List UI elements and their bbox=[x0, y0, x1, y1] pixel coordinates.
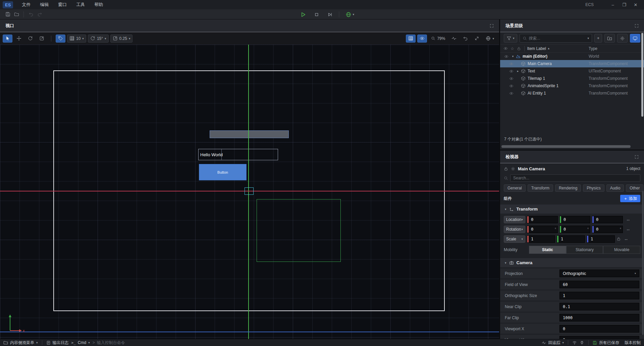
hierarchy-horizontal-scrollbar[interactable] bbox=[501, 145, 631, 148]
menu-edit[interactable]: 编辑 bbox=[35, 0, 53, 9]
eye-icon[interactable] bbox=[509, 76, 514, 81]
column-item-label[interactable]: Item Label bbox=[527, 46, 546, 51]
hierarchy-search-input[interactable]: 搜索... ▾ bbox=[520, 34, 592, 43]
reset-view-button[interactable] bbox=[461, 35, 470, 43]
lock-icon[interactable] bbox=[504, 167, 508, 171]
eye-icon[interactable] bbox=[509, 69, 514, 73]
menu-tools[interactable]: 工具 bbox=[71, 0, 90, 9]
selection-gizmo-box[interactable] bbox=[245, 187, 254, 195]
cmd-dropdown[interactable]: >_ Cmd ▾ bbox=[71, 340, 90, 345]
rotate-tool-button[interactable] bbox=[25, 35, 35, 43]
output-log-button[interactable]: 输出日志 bbox=[46, 340, 69, 346]
stats-button[interactable] bbox=[449, 35, 459, 43]
fit-view-button[interactable] bbox=[472, 35, 482, 43]
scale-snap-dropdown[interactable]: 0.25▾ bbox=[110, 35, 133, 43]
rotation-dropdown[interactable]: Rotation▾ bbox=[504, 226, 525, 233]
scene-button-object[interactable]: Button bbox=[199, 164, 247, 180]
eye-icon[interactable] bbox=[504, 54, 508, 59]
mobility-static-option[interactable]: Static bbox=[529, 246, 566, 254]
inspector-search-input[interactable]: Search... bbox=[510, 174, 640, 182]
rotation-x-field[interactable]: 0° bbox=[527, 226, 558, 233]
column-type[interactable]: Type bbox=[589, 46, 597, 51]
location-dropdown[interactable]: Location▾ bbox=[504, 216, 525, 223]
inspector-vertical-scrollbar[interactable] bbox=[642, 191, 644, 335]
tab-transform[interactable]: Transform bbox=[528, 184, 553, 192]
stop-button[interactable] bbox=[312, 10, 321, 18]
open-project-button[interactable] bbox=[12, 10, 21, 18]
add-component-button[interactable]: ＋ 添加 bbox=[620, 195, 640, 202]
visibility-button[interactable] bbox=[417, 35, 427, 43]
scale-y-field[interactable]: 1 bbox=[557, 235, 585, 243]
gear-icon[interactable] bbox=[511, 167, 515, 171]
tab-physics[interactable]: Physics bbox=[583, 184, 604, 192]
hierarchy-column-header[interactable]: ☆ Item Label ▲ Type bbox=[500, 44, 644, 53]
eye-icon[interactable] bbox=[509, 62, 514, 66]
eye-icon[interactable] bbox=[509, 84, 514, 88]
platform-globe-button[interactable] bbox=[344, 10, 353, 18]
link-values-icon[interactable]: ↔ bbox=[626, 217, 630, 222]
add-entity-button[interactable]: + bbox=[594, 34, 602, 43]
link-values-icon[interactable]: ↔ bbox=[626, 227, 630, 232]
network-status-icon[interactable] bbox=[572, 340, 577, 345]
world-view-dropdown[interactable]: ▾ bbox=[483, 35, 496, 43]
eye-icon[interactable] bbox=[509, 91, 514, 96]
menu-window[interactable]: 窗口 bbox=[53, 0, 71, 9]
tree-row-animatedsprite[interactable]: AnimatedSprite 1 TransformComponent bbox=[500, 82, 644, 90]
menu-file[interactable]: 文件 bbox=[17, 0, 35, 9]
new-folder-button[interactable] bbox=[604, 34, 615, 43]
location-z-field[interactable]: 0 bbox=[592, 216, 623, 223]
traceback-dropdown[interactable]: 回追踪 ▾ bbox=[542, 340, 564, 346]
platform-chevron-icon[interactable]: ▾ bbox=[353, 13, 354, 16]
content-drawer-button[interactable]: 内容侧滑菜单 ▾ bbox=[3, 340, 38, 346]
tree-row-world[interactable]: ▾ main (Editor) World bbox=[500, 53, 644, 60]
scale-lock-icon[interactable] bbox=[616, 237, 621, 241]
scene-canvas[interactable]: Hello World Button x bbox=[0, 45, 499, 339]
link-values-icon[interactable]: ↔ bbox=[624, 236, 628, 241]
scale-z-field[interactable]: 1 bbox=[587, 235, 615, 243]
scene-text-object[interactable]: Hello World bbox=[198, 149, 278, 160]
chevron-right-icon[interactable]: ▸ bbox=[516, 69, 520, 73]
redo-button[interactable] bbox=[35, 10, 44, 18]
tab-general[interactable]: General bbox=[504, 184, 526, 192]
filter-button[interactable]: ▾ bbox=[504, 34, 517, 43]
undo-button[interactable] bbox=[26, 10, 35, 18]
viewport-x-field[interactable]: 0 bbox=[559, 325, 639, 333]
location-x-field[interactable]: 0 bbox=[527, 216, 558, 223]
scene-bar-object[interactable] bbox=[210, 130, 289, 138]
hierarchy-vertical-scrollbar[interactable] bbox=[641, 33, 643, 117]
app-logo[interactable]: ES bbox=[3, 1, 13, 8]
console-command-input[interactable]: > 输入控制台命令 bbox=[93, 340, 125, 346]
maximize-button[interactable]: ❐ bbox=[619, 0, 630, 9]
grid-visibility-button[interactable] bbox=[406, 35, 416, 43]
play-button[interactable] bbox=[299, 10, 307, 18]
scale-x-field[interactable]: 1 bbox=[527, 235, 555, 243]
chevron-down-icon[interactable]: ▾ bbox=[505, 261, 506, 265]
version-control-button[interactable]: 版本控制 bbox=[625, 340, 641, 346]
menu-help[interactable]: 帮助 bbox=[90, 0, 108, 9]
chevron-down-icon[interactable]: ▾ bbox=[505, 208, 506, 211]
scale-tool-button[interactable] bbox=[37, 35, 47, 43]
tree-row-main-camera[interactable]: Main Camera TransformComponent bbox=[500, 60, 644, 67]
scene-green-region[interactable] bbox=[257, 199, 341, 262]
field-of-view-field[interactable]: 60 bbox=[559, 281, 639, 288]
tab-audio[interactable]: Audio bbox=[606, 184, 624, 192]
mobility-stationary-option[interactable]: Stationary bbox=[566, 246, 603, 254]
select-tool-button[interactable] bbox=[3, 35, 12, 43]
location-y-field[interactable]: 0 bbox=[559, 216, 590, 223]
step-button[interactable] bbox=[325, 10, 334, 18]
chevron-down-icon[interactable]: ▾ bbox=[511, 55, 515, 58]
rotation-z-field[interactable]: 0° bbox=[592, 226, 623, 233]
minimize-button[interactable]: – bbox=[607, 0, 619, 9]
scale-dropdown[interactable]: Scale▾ bbox=[504, 235, 525, 243]
mobility-movable-option[interactable]: Movable bbox=[603, 246, 640, 254]
inspector-expand-icon[interactable] bbox=[635, 155, 639, 159]
plugin-status-icon[interactable] bbox=[580, 340, 584, 345]
far-clip-field[interactable]: 1000 bbox=[559, 314, 639, 322]
close-button[interactable]: ✕ bbox=[630, 0, 641, 9]
move-tool-button[interactable] bbox=[14, 35, 24, 43]
rotation-snap-dropdown[interactable]: 15°▾ bbox=[88, 35, 109, 43]
hierarchy-settings-button[interactable] bbox=[617, 34, 628, 43]
tree-row-ai-entity[interactable]: AI Entity 1 TransformComponent bbox=[500, 90, 644, 97]
viewport-expand-icon[interactable] bbox=[490, 24, 494, 28]
transform-section-header[interactable]: ▾ Transform bbox=[500, 205, 644, 214]
